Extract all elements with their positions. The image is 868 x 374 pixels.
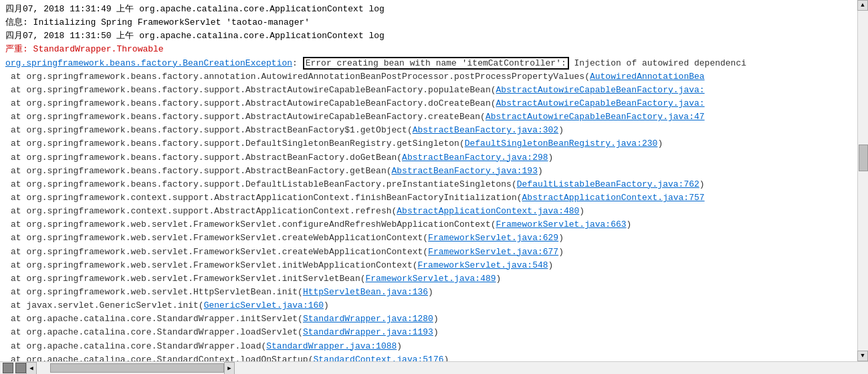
scroll-up-arrow[interactable]: ▲ [857,0,868,11]
stack-link[interactable]: DefaultListableBeanFactory.java:762 [517,179,699,189]
stack-line: at org.springframework.beans.factory.sup… [5,110,865,124]
log-line-exception: org.springframework.beans.factory.BeanCr… [5,57,865,70]
stack-link[interactable]: AbstractApplicationContext.java:480 [397,206,579,216]
stack-line: at org.apache.catalina.core.StandardWrap… [5,340,865,353]
stack-line: at org.springframework.web.servlet.Frame… [5,272,865,286]
stack-line: at org.springframework.beans.factory.sup… [5,84,865,97]
stack-link[interactable]: AutowiredAnnotationBea [590,72,705,82]
stack-line: at org.apache.catalina.core.StandardWrap… [5,312,865,326]
bottom-statusbar: ◀ ▶ [0,361,868,374]
stack-link[interactable]: FrameworkServlet.java:663 [496,219,627,229]
stack-line: at org.springframework.beans.factory.sup… [5,151,865,165]
stack-link[interactable]: DefaultSingletonBeanRegistry.java:230 [465,138,658,149]
stack-link[interactable]: AbstractBeanFactory.java:302 [413,125,558,135]
log-line: 信息: Initializing Spring FrameworkServlet… [5,16,865,29]
horizontal-scrollbar-thumb[interactable] [50,363,224,373]
log-line: 四月07, 2018 11:31:49 上午 org.apache.catali… [5,3,865,16]
log-line-severe: 严重: StandardWrapper.Throwable [5,43,865,56]
stack-line: at org.springframework.beans.factory.sup… [5,165,865,178]
stack-line: at org.apache.catalina.core.StandardCont… [5,353,865,361]
error-highlight: Error creating bean with name 'itemCatCo… [303,57,569,70]
log-output: 四月07, 2018 11:31:49 上午 org.apache.catali… [0,0,868,361]
hscroll-right-arrow[interactable]: ▶ [224,362,235,375]
log-line: 四月07, 2018 11:31:50 上午 org.apache.catali… [5,29,865,43]
stack-line: at org.springframework.web.servlet.HttpS… [5,286,865,299]
stack-link[interactable]: StandardWrapper.java:1088 [266,341,397,351]
stack-line: at org.springframework.beans.factory.sup… [5,137,865,151]
stack-line: at org.springframework.beans.factory.sup… [5,97,865,110]
bottom-icon [3,363,13,373]
stack-line: at org.springframework.web.servlet.Frame… [5,259,865,272]
stack-link[interactable]: FrameworkServlet.java:629 [428,233,558,243]
stack-line: at javax.servlet.GenericServlet.init(Gen… [5,299,865,312]
stack-link[interactable]: AbstractAutowireCapableBeanFactory.java: [496,85,705,95]
exception-class-link[interactable]: org.springframework.beans.factory.BeanCr… [5,58,292,68]
stack-link[interactable]: StandardWrapper.java:1193 [303,327,433,337]
stack-link[interactable]: AbstractApplicationContext.java:757 [522,193,705,203]
stack-line: at org.springframework.web.servlet.Frame… [5,231,865,245]
stack-line: at org.springframework.context.support.A… [5,191,865,205]
stack-link[interactable]: FrameworkServlet.java:548 [418,260,548,270]
stack-line: at org.springframework.beans.factory.sup… [5,178,865,191]
stack-link[interactable]: AbstractBeanFactory.java:193 [392,166,538,176]
scroll-down-arrow[interactable]: ▼ [857,351,868,361]
stack-line: at org.springframework.web.servlet.Frame… [5,246,865,259]
stack-link[interactable]: StandardWrapper.java:1280 [303,314,433,324]
stack-link[interactable]: FrameworkServlet.java:677 [428,247,558,257]
stack-line: at org.springframework.context.support.A… [5,205,865,218]
vertical-scrollbar[interactable]: ▲ ▼ [857,0,868,361]
hscroll-left-arrow[interactable]: ◀ [26,362,37,375]
stack-link[interactable]: HttpServletBean.java:136 [303,287,428,297]
stack-line: at org.springframework.beans.factory.ann… [5,70,865,84]
stack-link[interactable]: FrameworkServlet.java:489 [366,274,496,284]
bottom-icon [15,363,26,373]
bottom-icons [0,363,26,373]
stack-link[interactable]: AbstractAutowireCapableBeanFactory.java:… [485,112,705,122]
stack-line: at org.springframework.beans.factory.sup… [5,124,865,137]
scroll-thumb[interactable] [859,145,868,171]
stack-line: at org.apache.catalina.core.StandardWrap… [5,326,865,339]
stack-link[interactable]: StandardContext.java:5176 [313,355,443,361]
stack-link[interactable]: AbstractAutowireCapableBeanFactory.java: [496,98,705,108]
stack-line: at org.springframework.web.servlet.Frame… [5,218,865,231]
stack-link[interactable]: GenericServlet.java:160 [204,300,324,310]
stack-link[interactable]: AbstractBeanFactory.java:298 [402,153,548,163]
